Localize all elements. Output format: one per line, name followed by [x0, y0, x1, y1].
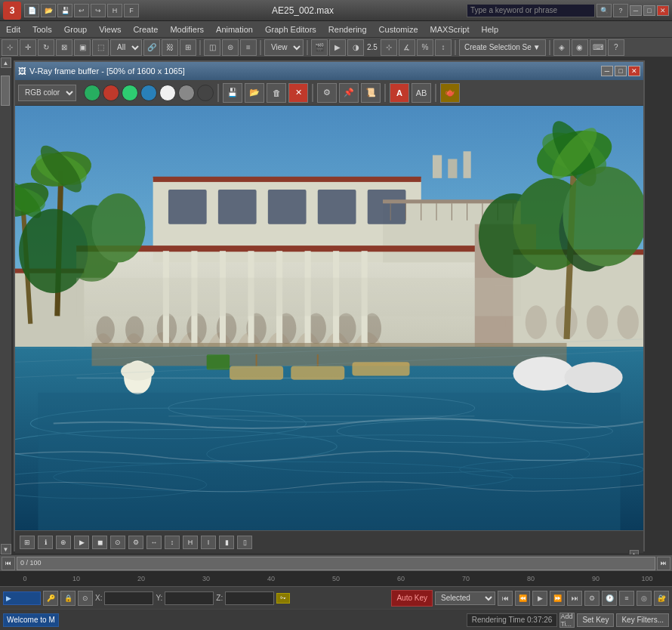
time-config[interactable]: 🕐: [602, 591, 617, 606]
menu-views[interactable]: Views: [93, 21, 127, 37]
vray-maximize[interactable]: □: [615, 66, 627, 76]
selected-dropdown[interactable]: Selected: [435, 591, 495, 605]
color-circle-dark[interactable]: [197, 85, 214, 101]
asset-tracker-btn[interactable]: 🔍: [596, 4, 612, 17]
menu-animation[interactable]: Animation: [210, 21, 259, 37]
vt-load-btn[interactable]: 📂: [245, 83, 264, 103]
move-btn[interactable]: ✛: [20, 39, 36, 56]
menu-group[interactable]: Group: [58, 21, 94, 37]
vstatus-track[interactable]: ⊕: [56, 536, 71, 549]
save-file-btn[interactable]: 💾: [57, 4, 72, 17]
next-frame-btn[interactable]: ⏩: [550, 591, 565, 606]
all-dropdown[interactable]: All: [110, 39, 142, 56]
prev-frame-btn[interactable]: ⏪: [515, 591, 530, 606]
menu-help[interactable]: Help: [476, 21, 505, 37]
menu-maxscript[interactable]: MAXScript: [424, 21, 476, 37]
vstatus-tools3[interactable]: ↕: [165, 536, 180, 549]
help2-btn[interactable]: ?: [608, 39, 624, 56]
vstatus-mat1[interactable]: ◼: [92, 536, 107, 549]
color-circle-blue[interactable]: [140, 85, 157, 101]
color-circle-gray[interactable]: [178, 85, 195, 101]
lock-btn[interactable]: 🔒: [60, 591, 76, 606]
vt-save-btn[interactable]: 💾: [223, 83, 242, 103]
vstatus-tools5[interactable]: I: [201, 536, 216, 549]
activeshade-btn[interactable]: ◑: [347, 39, 364, 56]
color-circle-bright-green[interactable]: [122, 85, 138, 101]
vt-render-region-ab[interactable]: AB: [412, 83, 431, 103]
menu-create[interactable]: Create: [127, 21, 164, 37]
play-btn[interactable]: ▶: [532, 591, 547, 606]
menu-rendering[interactable]: Rendering: [322, 21, 373, 37]
vstatus-tools2[interactable]: ↔: [146, 536, 162, 549]
vstatus-render[interactable]: ▶: [74, 536, 89, 549]
menu-modifiers[interactable]: Modifiers: [164, 21, 210, 37]
scroll-down[interactable]: ▼: [1, 544, 11, 554]
tl-end[interactable]: ⏭: [657, 557, 670, 570]
y-input[interactable]: [165, 591, 214, 605]
bind-btn[interactable]: ⊞: [180, 39, 196, 56]
align-btn[interactable]: ⊜: [222, 39, 239, 56]
tl-start[interactable]: ⏮: [2, 557, 15, 570]
vstatus-info[interactable]: ℹ: [38, 536, 53, 549]
open-file-btn[interactable]: 📂: [41, 4, 56, 17]
snap-toggle[interactable]: ⊹: [381, 39, 397, 56]
named-sel-paste[interactable]: ◉: [572, 39, 588, 56]
goto-start-btn[interactable]: ⏮: [498, 591, 513, 606]
create-selection-btn[interactable]: Create Selection Se ▼: [459, 39, 546, 56]
maximize-btn[interactable]: □: [643, 5, 655, 16]
vstatus-tools4[interactable]: H: [183, 536, 198, 549]
redo-btn[interactable]: ↪: [91, 4, 106, 17]
add-time-btn[interactable]: Add Ti...: [559, 613, 575, 628]
render-setup-btn[interactable]: 🎬: [311, 39, 328, 56]
new-file-btn[interactable]: 📄: [24, 4, 39, 17]
lock2-btn[interactable]: 🔐: [654, 591, 669, 606]
menu-edit[interactable]: Edit: [0, 21, 26, 37]
vt-clear-btn[interactable]: 🗑: [267, 83, 286, 103]
isolate-btn[interactable]: ◎: [637, 591, 652, 606]
mirror-btn[interactable]: ◫: [204, 39, 220, 56]
left-scrollbar[interactable]: ▲ ▼: [0, 57, 12, 554]
angle-snap[interactable]: ∡: [399, 39, 415, 56]
color-channel-dropdown[interactable]: RGB color: [18, 85, 76, 101]
color-circle-green[interactable]: [84, 85, 100, 101]
render-btn[interactable]: ▶: [329, 39, 346, 56]
vstatus-tools1[interactable]: ⚙: [128, 536, 143, 549]
vstatus-frame[interactable]: ⊞: [20, 536, 35, 549]
named-sel-copy[interactable]: ◈: [553, 39, 570, 56]
vt-teapot-btn[interactable]: 🫖: [440, 83, 460, 103]
unlink-btn[interactable]: ⛓: [162, 39, 178, 56]
vstatus-mat2[interactable]: ⊙: [110, 536, 125, 549]
spinner-snap[interactable]: ↕: [435, 39, 452, 56]
set-key-btn[interactable]: Set Key: [577, 613, 614, 627]
view-dropdown[interactable]: View: [264, 39, 304, 56]
vt-render-region-a[interactable]: A: [390, 83, 409, 103]
scroll-up[interactable]: ▲: [1, 57, 11, 68]
key-btn1[interactable]: 🔑: [43, 591, 58, 606]
scroll-thumb[interactable]: [1, 76, 10, 106]
layer-btn[interactable]: ≡: [240, 39, 257, 56]
vray-minimize[interactable]: ─: [601, 66, 613, 76]
fetch-btn[interactable]: F: [124, 4, 139, 17]
color-circle-white[interactable]: [159, 85, 176, 101]
vray-scroll-up[interactable]: ▲: [630, 550, 639, 555]
vt-pin-btn[interactable]: 📌: [339, 83, 359, 103]
percent-snap[interactable]: %: [417, 39, 433, 56]
menu-graph-editors[interactable]: Graph Editors: [259, 21, 322, 37]
minimize-btn[interactable]: ─: [630, 5, 642, 16]
select-region-btn[interactable]: ⬚: [92, 39, 109, 56]
vray-close[interactable]: ✕: [628, 66, 640, 76]
select-btn[interactable]: ⊹: [2, 39, 18, 56]
frame-slider[interactable]: 0 / 100: [17, 557, 655, 570]
rotate-btn[interactable]: ↻: [38, 39, 54, 56]
link-btn[interactable]: 🔗: [143, 39, 160, 56]
motion-btn[interactable]: ⊙: [78, 591, 93, 606]
playback-opts[interactable]: ⚙: [584, 591, 600, 606]
vt-stop-btn[interactable]: ✕: [288, 83, 308, 103]
keyboard-shortcut[interactable]: ⌨: [590, 39, 606, 56]
menu-tools[interactable]: Tools: [26, 21, 58, 37]
auto-key-btn[interactable]: Auto Key: [391, 590, 433, 607]
close-btn[interactable]: ✕: [657, 5, 669, 16]
select-filter-btn[interactable]: ▣: [74, 39, 91, 56]
key-filters-btn[interactable]: Key Filters...: [616, 613, 669, 627]
goto-end-btn[interactable]: ⏭: [567, 591, 582, 606]
